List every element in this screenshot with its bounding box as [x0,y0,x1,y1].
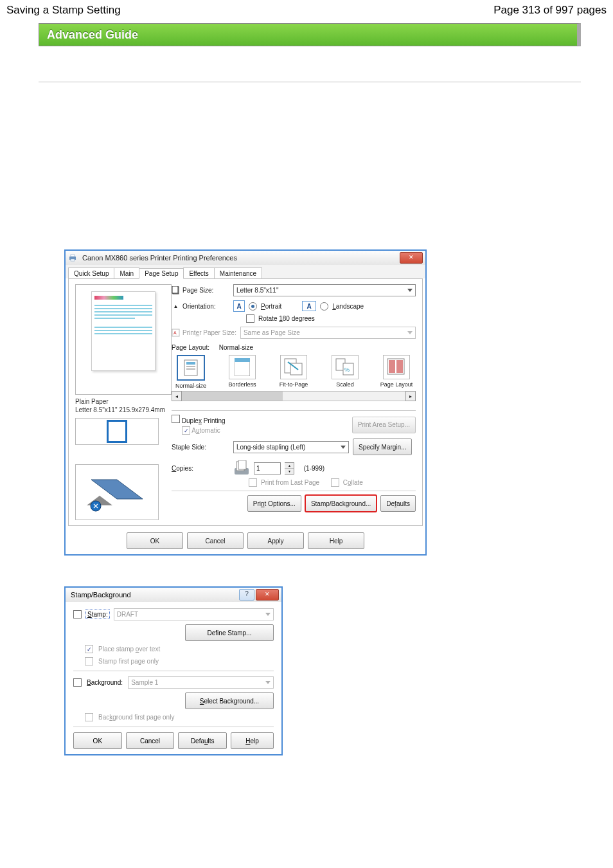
layout-label: Borderless [228,381,256,388]
stamp-background-button[interactable]: Stamp/Background... [305,495,377,512]
stamp-checkbox[interactable] [73,610,82,619]
scroll-track[interactable] [182,391,405,401]
cancel-button[interactable]: Cancel [187,532,244,549]
label: Printer Paper Size: [182,329,236,336]
defaults-button[interactable]: Defaults [380,495,416,512]
titlebar: Stamp/Background ? ✕ [66,588,281,602]
copies-icon [233,460,250,476]
copies-input[interactable]: 1 [254,462,281,475]
page-preview [75,284,172,395]
scroll-left-button[interactable]: ◂ [172,391,182,401]
svg-text:A: A [173,330,177,335]
divider [73,727,274,727]
svg-rect-1 [71,255,75,257]
tab-strip: Quick Setup Main Page Setup Effects Main… [66,265,425,278]
portrait-radio[interactable] [249,302,257,311]
titlebar: Canon MX860 series Printer Printing Pref… [66,251,425,265]
specify-margin-button[interactable]: Specify Margin... [353,439,412,455]
defaults-button[interactable]: Defaults [178,732,227,749]
page-size-combo[interactable]: Letter 8.5"x11" [233,284,416,296]
cancel-button[interactable]: Cancel [126,732,175,749]
printing-preferences-window: Canon MX860 series Printer Printing Pref… [64,249,427,556]
window-title: Canon MX860 series Printer Printing Pref… [80,254,237,262]
divider [73,671,274,671]
svg-rect-11 [186,368,195,370]
ok-button[interactable]: OK [73,732,122,749]
staple-side-combo[interactable]: Long-side stapling (Left) [233,441,349,453]
print-options-button[interactable]: Print Options... [247,495,301,512]
rotate180-checkbox[interactable] [246,314,254,323]
chevron-down-icon [265,681,271,684]
define-stamp-button[interactable]: Define Stamp... [185,624,274,641]
tab-label: Effects [189,270,208,277]
tab-quick-setup[interactable]: Quick Setup [68,267,114,278]
tab-main[interactable]: Main [114,267,139,278]
combo-value: Same as Page Size [244,329,300,336]
caption-line: Letter 8.5"x11" 215.9x279.4mm [75,406,165,414]
print-area-setup-button: Print Area Setup... [352,417,416,433]
copies-spinner[interactable]: ▴▾ [285,462,294,475]
help-button[interactable]: Help [231,732,274,749]
background-combo: Sample 1 [128,676,274,689]
ok-button[interactable]: OK [127,532,183,549]
preview-caption: Plain Paper Letter 8.5"x11" 215.9x279.4m… [75,397,165,414]
svg-rect-24 [238,460,246,469]
select-background-button[interactable]: Select Background... [185,692,274,709]
tab-page-setup[interactable]: Page Setup [139,268,184,279]
tab-maintenance[interactable]: Maintenance [214,267,262,278]
label: Print from Last Page [261,479,319,486]
chevron-down-icon [407,289,413,292]
printer-paper-combo: Same as Page Size [240,327,416,339]
close-button[interactable]: ✕ [256,589,279,601]
svg-rect-10 [186,366,195,367]
tab-label: Quick Setup [74,270,109,277]
scroll-right-button[interactable]: ▸ [405,391,416,401]
close-button[interactable]: ✕ [400,252,423,264]
caption-line: Plain Paper [75,397,165,406]
svg-rect-21 [396,360,403,373]
tab-label: Main [120,270,134,277]
orientation-icon: ▲ [172,303,180,309]
landscape-radio[interactable] [320,302,328,311]
background-checkbox[interactable] [73,678,82,687]
svg-rect-5 [172,286,178,293]
value: Normal-size [219,344,253,351]
combo-value: Long-side stapling (Left) [236,444,305,451]
layout-fit[interactable]: Fit-to-Page [274,355,313,389]
portrait-icon: A [233,300,245,312]
label: Orientation: [182,303,216,310]
duplex-checkbox[interactable] [172,415,180,423]
help-button[interactable]: Help [308,532,364,549]
page-size-icon [172,286,180,294]
layout-label: Page Layout [380,381,413,388]
printer-paper-icon: A [172,329,180,337]
label: Staple Side: [172,444,229,451]
layout-scrollbar[interactable]: ◂ ▸ [172,391,416,401]
label: Background first page only [98,714,174,721]
layout-pagelayout[interactable]: Page Layout [377,355,416,389]
layout-scaled[interactable]: % Scaled [326,355,364,389]
stamp-background-window: Stamp/Background ? ✕ Stamp: DRAFT Define… [64,586,283,755]
layout-normal[interactable]: Normal-size [172,355,210,389]
svg-rect-20 [389,360,395,373]
apply-button[interactable]: Apply [247,532,304,549]
tab-label: Maintenance [220,270,256,277]
page-counter: Page 313 of 997 pages [493,4,607,17]
chevron-down-icon [265,613,271,616]
layout-borderless[interactable]: Borderless [223,355,262,389]
layout-label: Normal-size [175,383,206,389]
window-title: Stamp/Background [68,591,131,599]
tab-effects[interactable]: Effects [183,267,214,278]
combo-value: DRAFT [117,611,138,618]
stamp-combo: DRAFT [114,608,274,620]
help-button-icon[interactable]: ? [239,589,254,601]
duplex-label: Duplex Printing [182,417,226,424]
scroll-thumb[interactable] [182,392,283,401]
stamp-label: Stamp: [87,611,109,618]
label: Page Layout: [172,344,209,351]
label: Stamp first page only [98,658,159,665]
label: Place stamp over text [98,646,160,653]
stamp-first-page-checkbox [85,657,93,665]
collate-checkbox [331,478,339,487]
place-over-text-checkbox [85,645,93,653]
